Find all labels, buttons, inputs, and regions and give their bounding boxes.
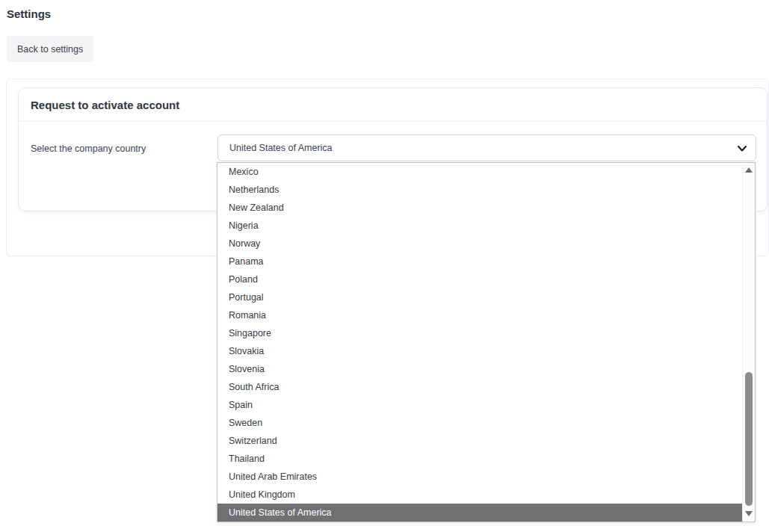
country-option-list: MexicoNetherlandsNew ZealandNigeriaNorwa… xyxy=(217,163,742,522)
country-option[interactable]: Nigeria xyxy=(217,217,742,235)
country-option[interactable]: United Arab Emirates xyxy=(217,468,742,486)
country-option[interactable]: Norway xyxy=(217,235,742,253)
country-option[interactable]: Spain xyxy=(217,396,742,414)
country-option[interactable]: New Zealand xyxy=(217,199,742,217)
back-to-settings-button[interactable]: Back to settings xyxy=(7,36,93,62)
country-option[interactable]: Portugal xyxy=(217,288,742,306)
card-header: Request to activate account xyxy=(19,88,767,122)
scrollbar-thumb[interactable] xyxy=(745,372,753,506)
triangle-down-icon[interactable] xyxy=(745,511,753,516)
country-option[interactable]: Panama xyxy=(217,253,742,270)
country-option[interactable]: South Africa xyxy=(217,378,742,396)
country-dropdown-list: MexicoNetherlandsNew ZealandNigeriaNorwa… xyxy=(217,162,756,522)
country-option[interactable]: Singapore xyxy=(217,324,742,342)
chevron-down-icon xyxy=(737,144,747,155)
triangle-up-icon[interactable] xyxy=(745,167,753,173)
country-option[interactable]: Sweden xyxy=(217,414,742,432)
country-option[interactable]: Thailand xyxy=(217,450,742,468)
country-select-label: Select the company country xyxy=(31,143,146,154)
country-option[interactable]: United Kingdom xyxy=(217,486,742,504)
country-option[interactable]: United States of America xyxy=(217,504,742,522)
country-option[interactable]: Netherlands xyxy=(217,181,742,199)
page-title: Settings xyxy=(7,7,51,20)
country-option[interactable]: Mexico xyxy=(217,163,742,181)
country-option[interactable]: Poland xyxy=(217,270,742,288)
country-option[interactable]: Slovenia xyxy=(217,360,742,378)
dropdown-scrollbar[interactable] xyxy=(742,163,755,522)
settings-page: Settings Back to settings Request to act… xyxy=(0,0,769,532)
card-title: Request to activate account xyxy=(31,99,179,111)
country-option[interactable]: Romania xyxy=(217,306,742,324)
country-option[interactable]: Slovakia xyxy=(217,342,742,360)
country-select[interactable]: United States of America xyxy=(217,134,756,161)
country-option[interactable]: Switzerland xyxy=(217,432,742,450)
country-select-value: United States of America xyxy=(229,143,333,153)
